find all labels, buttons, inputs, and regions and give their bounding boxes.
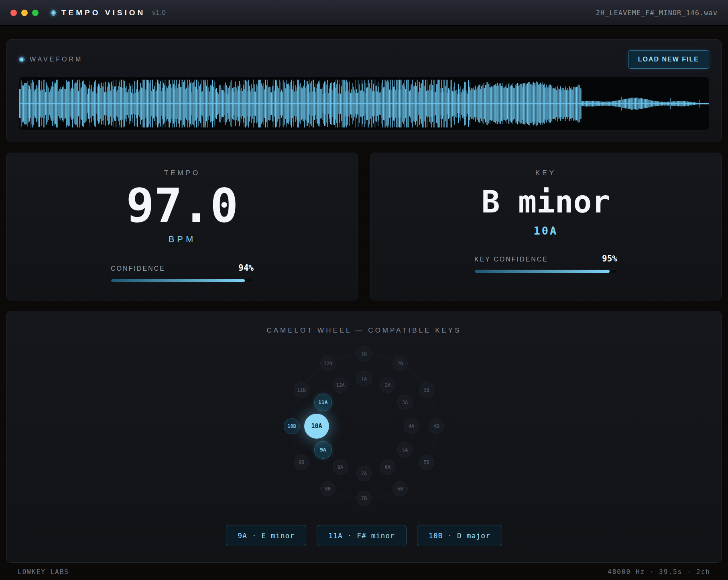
camelot-panel: CAMELOT WHEEL — COMPATIBLE KEYS 1B2B3B4B… [6,311,722,563]
camelot-title: CAMELOT WHEEL — COMPATIBLE KEYS [19,327,709,335]
tempo-confidence-bar-track [111,279,254,282]
waveform-indicator-dot-icon [19,57,24,62]
app-version: v1.0 [152,9,166,16]
wheel-node-3b[interactable]: 3B [419,382,434,398]
tempo-card: TEMPO 97.0 BPM CONFIDENCE 94% [6,153,358,300]
chip-11a[interactable]: 11A · F# minor [317,525,407,546]
key-confidence-label: KEY CONFIDENCE [474,256,548,263]
footer-brand: LOWKEY LABS [18,568,69,576]
camelot-wheel: 1B2B3B4B5B6B7B8B9B10B11B12B1A2A3A4A5A6A7… [272,338,456,515]
waveform-graphic [19,77,709,130]
wheel-node-7b[interactable]: 7B [356,491,372,506]
wheel-node-2b[interactable]: 2B [392,356,408,371]
chip-10b[interactable]: 10B · D major [417,525,502,546]
footer-audio-info: 48000 Hz · 39.5s · 2ch [608,568,710,576]
zoom-window-button[interactable] [32,10,39,16]
wheel-node-7a[interactable]: 7A [356,466,372,481]
wheel-node-12a[interactable]: 12A [333,378,348,393]
load-new-file-button[interactable]: LOAD NEW FILE [628,50,709,69]
tempo-confidence-value: 94% [238,263,254,273]
wheel-node-4a[interactable]: 4A [404,419,419,434]
key-card-label: KEY [395,169,697,177]
wheel-node-5b[interactable]: 5B [419,455,434,470]
metric-cards-row: TEMPO 97.0 BPM CONFIDENCE 94% KEY B mino… [6,153,722,300]
key-value: B minor [395,186,697,218]
minimize-window-button[interactable] [21,10,28,16]
wheel-node-12b[interactable]: 12B [320,356,336,371]
tempo-confidence-group: CONFIDENCE 94% [111,263,254,282]
key-confidence-group: KEY CONFIDENCE 95% [474,254,617,273]
key-confidence-bar-track [474,270,617,273]
wheel-node-2a[interactable]: 2A [380,378,395,393]
waveform-panel: WAVEFORM LOAD NEW FILE [6,39,722,142]
wheel-node-10b[interactable]: 10B [284,418,300,434]
wheel-node-1b[interactable]: 1B [356,346,372,361]
wheel-node-11a[interactable]: 11A [314,394,332,411]
app-logo-dot-icon [51,10,56,16]
waveform-label: WAVEFORM [30,56,83,63]
tempo-confidence-bar-fill [111,279,245,282]
app-title: TEMPO VISION [61,8,145,17]
waveform-display[interactable] [19,77,709,131]
wheel-node-8a[interactable]: 8A [333,460,348,475]
wheel-node-6b[interactable]: 6B [392,481,408,496]
loaded-filename: 2H_LEAVEME_F#_MINOR_146.wav [596,9,718,17]
compatible-key-chips: 9A · E minor11A · F# minor10B · D major [19,525,709,546]
app-identity: TEMPO VISION v1.0 [51,8,166,17]
wheel-node-1a[interactable]: 1A [356,371,372,386]
window-controls [10,10,39,16]
wheel-node-9b[interactable]: 9B [294,455,309,470]
key-confidence-bar-fill [475,270,610,273]
chip-9a[interactable]: 9A · E minor [226,525,306,546]
key-card: KEY B minor 10A KEY CONFIDENCE 95% [370,153,722,300]
wheel-node-4b[interactable]: 4B [429,419,444,434]
key-camelot-code: 10A [395,225,697,237]
wheel-node-10a[interactable]: 10A [304,414,329,439]
close-window-button[interactable] [10,10,17,16]
waveform-panel-header: WAVEFORM LOAD NEW FILE [19,50,709,69]
main-content: WAVEFORM LOAD NEW FILE TEMPO 97.0 BPM CO… [0,26,728,580]
wheel-node-6a[interactable]: 6A [380,460,395,475]
wheel-node-8b[interactable]: 8B [320,481,336,496]
wheel-node-11b[interactable]: 11B [294,382,309,398]
wheel-node-5a[interactable]: 5A [397,442,413,457]
wheel-node-3a[interactable]: 3A [397,395,413,410]
titlebar: TEMPO VISION v1.0 2H_LEAVEME_F#_MINOR_14… [0,0,728,26]
tempo-unit: BPM [31,234,333,245]
key-confidence-value: 95% [602,254,617,263]
tempo-value: 97.0 [31,181,333,230]
tempo-card-label: TEMPO [31,169,333,177]
status-bar: LOWKEY LABS 48000 Hz · 39.5s · 2ch [6,563,722,580]
tempo-confidence-label: CONFIDENCE [111,265,165,272]
wheel-node-9a[interactable]: 9A [314,441,332,459]
